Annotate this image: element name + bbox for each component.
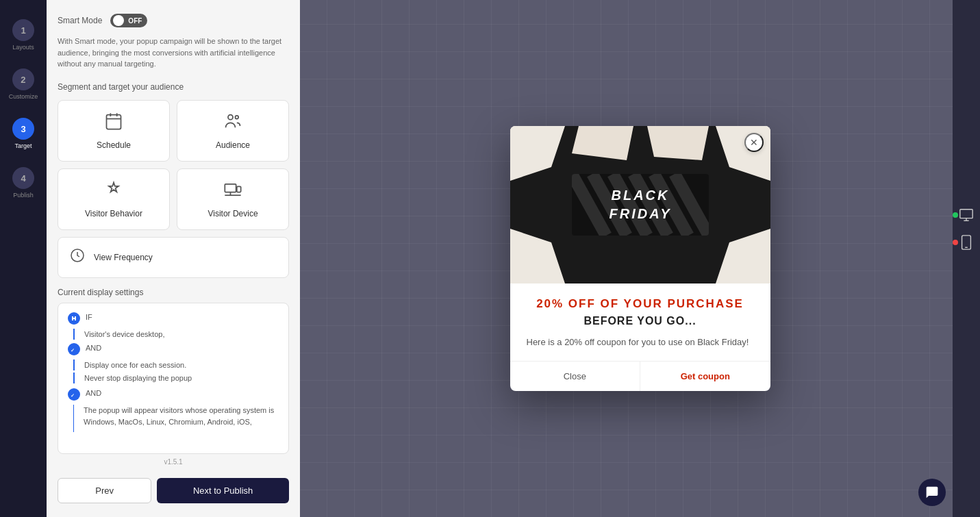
popup-close-button[interactable]: ✕ xyxy=(744,133,764,152)
targeting-cards-grid: Schedule Audience Visitor Behavior xyxy=(58,100,289,230)
popup-body: 20% OFF OF YOUR PURCHASE BEFORE YOU GO..… xyxy=(510,283,770,361)
if-text: IF xyxy=(86,312,92,323)
card-schedule[interactable]: Schedule xyxy=(58,100,170,162)
visitor-behavior-icon xyxy=(104,180,123,203)
step-circle-4: 4 xyxy=(12,167,34,189)
popup-subtitle: BEFORE YOU GO... xyxy=(527,315,754,327)
svg-point-4 xyxy=(228,114,233,119)
and-text-2: AND xyxy=(86,388,101,399)
calendar-icon xyxy=(104,112,123,135)
card-view-frequency[interactable]: View Frequency xyxy=(58,237,289,278)
popup-preview-modal: ✕ xyxy=(510,126,770,391)
main-preview-area: ✕ xyxy=(300,0,980,517)
popup-close-text-button[interactable]: Close xyxy=(510,362,640,391)
segment-label: Segment and target your audience xyxy=(58,82,289,92)
step-publish[interactable]: 4 Publish xyxy=(10,162,37,204)
step-target[interactable]: 3 Target xyxy=(10,112,37,155)
and-badge-1: ✓ xyxy=(68,343,80,355)
svg-text:BLACK: BLACK xyxy=(611,188,669,203)
and-text-1: AND xyxy=(86,342,101,354)
view-frequency-icon xyxy=(69,247,86,268)
targeting-panel: Smart Mode OFF With Smart mode, your pop… xyxy=(47,0,300,517)
device-condition: Visitor's device desktop, xyxy=(84,329,164,340)
prev-button[interactable]: Prev xyxy=(58,478,151,503)
version-label: v1.5.1 xyxy=(58,454,289,470)
card-visitor-device-label: Visitor Device xyxy=(208,209,257,218)
never-stop: Never stop displaying the popup xyxy=(84,373,192,384)
card-audience[interactable]: Audience xyxy=(177,100,289,162)
step-label-publish: Publish xyxy=(13,192,34,199)
settings-if: IF xyxy=(68,312,279,325)
audience-icon xyxy=(223,112,242,135)
step-circle-2: 2 xyxy=(12,68,34,90)
step-circle-3: 3 xyxy=(12,118,34,140)
visitor-device-icon xyxy=(223,180,242,203)
popup-footer: Close Get coupon xyxy=(510,361,770,391)
svg-text:✓: ✓ xyxy=(71,348,75,353)
view-frequency-label: View Frequency xyxy=(94,253,153,262)
mobile-inactive-dot xyxy=(953,240,958,245)
chat-button[interactable] xyxy=(918,479,946,506)
card-visitor-device[interactable]: Visitor Device xyxy=(177,168,289,230)
settings-and-1: ✓ AND xyxy=(68,342,279,355)
settings-box: IF Visitor's device desktop, ✓ AND Displ… xyxy=(58,303,289,455)
smart-mode-toggle[interactable]: OFF xyxy=(110,14,147,27)
popup-get-coupon-button[interactable]: Get coupon xyxy=(640,362,770,391)
card-schedule-label: Schedule xyxy=(97,140,131,150)
steps-sidebar: 1 Layouts 2 Customize 3 Target 4 Publish xyxy=(0,0,47,517)
popup-title: 20% OFF OF YOUR PURCHASE xyxy=(527,297,754,311)
current-settings-label: Current display settings xyxy=(58,288,289,297)
desktop-device-button[interactable] xyxy=(957,205,976,225)
card-visitor-behavior[interactable]: Visitor Behavior xyxy=(58,168,170,230)
display-once: Display once for each session. xyxy=(84,360,186,371)
svg-text:✓: ✓ xyxy=(71,393,75,398)
step-layouts[interactable]: 1 Layouts xyxy=(10,14,37,56)
step-label-customize: Customize xyxy=(9,93,38,100)
panel-footer: Prev Next to Publish xyxy=(58,470,289,503)
settings-and-2: ✓ AND xyxy=(68,388,279,401)
smart-desc: With Smart mode, your popup campaign wil… xyxy=(58,36,289,70)
step-label-target: Target xyxy=(14,142,32,149)
svg-marker-20 xyxy=(647,126,709,160)
step-label-layouts: Layouts xyxy=(12,44,34,51)
desktop-active-dot xyxy=(953,212,958,218)
smart-mode-row: Smart Mode OFF xyxy=(58,14,289,27)
device-sidebar xyxy=(953,0,980,517)
popup-image: BLACK FRIDAY xyxy=(510,126,770,283)
mobile-device-button[interactable] xyxy=(957,233,976,252)
smart-mode-label: Smart Mode xyxy=(58,16,102,25)
step-circle-1: 1 xyxy=(12,19,34,41)
svg-rect-31 xyxy=(960,210,972,218)
card-audience-label: Audience xyxy=(216,140,250,150)
svg-point-5 xyxy=(236,115,239,118)
card-visitor-behavior-label: Visitor Behavior xyxy=(85,209,142,218)
step-customize[interactable]: 2 Customize xyxy=(6,63,41,105)
if-badge xyxy=(68,312,80,325)
toggle-circle xyxy=(113,15,124,26)
svg-rect-6 xyxy=(225,184,236,192)
next-to-publish-button[interactable]: Next to Publish xyxy=(157,478,289,503)
and-badge-2: ✓ xyxy=(68,388,80,401)
svg-rect-7 xyxy=(237,186,241,192)
svg-rect-0 xyxy=(107,114,121,129)
popup-desc: Here is a 20% off coupon for you to use … xyxy=(527,336,754,350)
toggle-text: OFF xyxy=(128,17,142,25)
os-condition: The popup will appear visitors whose ope… xyxy=(84,405,279,427)
svg-text:FRIDAY: FRIDAY xyxy=(609,206,671,221)
